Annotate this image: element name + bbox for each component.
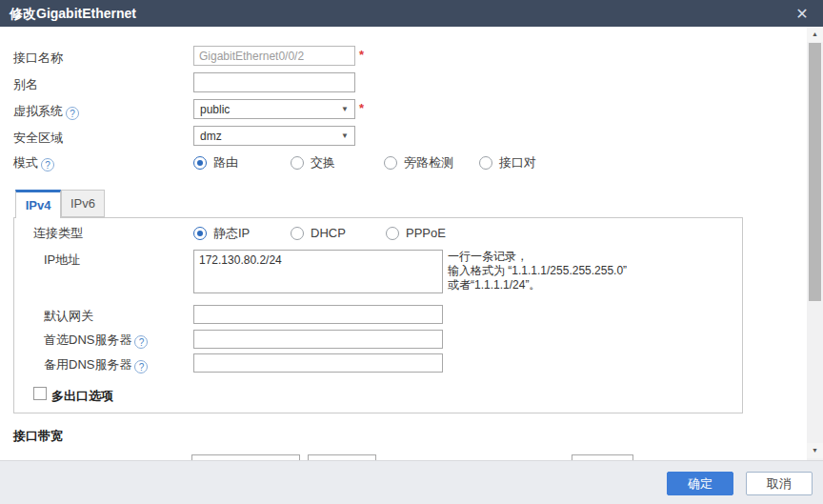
edit-interface-dialog: 修改GigabitEthernet ✕ 接口名称 * 别名 虚拟系统? publ…	[0, 0, 823, 504]
mode-option-interface-pair[interactable]: 接口对	[479, 153, 536, 169]
alias-input[interactable]	[193, 72, 355, 92]
radio-icon[interactable]	[193, 227, 207, 240]
connection-type-dhcp[interactable]: DHCP	[291, 224, 346, 239]
mode-option-route[interactable]: 路由	[193, 153, 238, 169]
tab-ipv4[interactable]: IPv4	[15, 190, 61, 218]
multi-exit-checkbox[interactable]	[33, 387, 47, 400]
dialog-title: 修改GigabitEthernet	[10, 6, 136, 23]
tab-ipv6[interactable]: IPv6	[61, 190, 105, 217]
mode-option-interface-pair-label: 接口对	[499, 155, 536, 170]
connection-type-pppoe[interactable]: PPPoE	[386, 224, 446, 239]
secondary-dns-input[interactable]	[193, 353, 443, 373]
dialog-footer: 确定 取消	[0, 460, 823, 504]
ok-button[interactable]: 确定	[667, 472, 733, 495]
connection-type-label: 连接类型	[33, 225, 83, 242]
dialog-titlebar: 修改GigabitEthernet ✕	[0, 0, 823, 27]
help-icon[interactable]: ?	[41, 158, 54, 171]
alias-label: 别名	[13, 76, 38, 93]
chevron-down-icon: ▼	[341, 131, 349, 140]
scrollbar-track[interactable]: ▲ ▼	[807, 27, 823, 460]
security-zone-label: 安全区域	[13, 130, 63, 147]
radio-icon[interactable]	[386, 227, 399, 240]
close-icon[interactable]: ✕	[791, 4, 813, 24]
required-asterisk: *	[359, 48, 364, 62]
primary-dns-label: 首选DNS服务器?	[44, 332, 148, 349]
default-gateway-label: 默认网关	[44, 308, 93, 325]
ip-address-hint: 一行一条记录， 输入格式为 “1.1.1.1/255.255.255.0” 或者…	[448, 250, 627, 292]
mode-option-bypass-label: 旁路检测	[404, 155, 453, 170]
virtual-system-label: 虚拟系统?	[13, 103, 79, 120]
radio-icon[interactable]	[291, 227, 304, 240]
security-zone-select[interactable]: dmz ▼	[193, 126, 355, 146]
interface-name-input[interactable]	[193, 46, 355, 66]
radio-icon[interactable]	[479, 156, 492, 170]
virtual-system-label-text: 虚拟系统	[13, 104, 63, 118]
secondary-dns-label: 备用DNS服务器?	[44, 356, 148, 373]
scroll-up-icon[interactable]: ▲	[807, 27, 823, 42]
ip-address-label: IP地址	[44, 252, 80, 269]
help-icon[interactable]: ?	[134, 360, 148, 373]
radio-icon[interactable]	[193, 156, 207, 170]
interface-bandwidth-title: 接口带宽	[13, 428, 63, 445]
default-gateway-input[interactable]	[193, 305, 443, 324]
chevron-down-icon: ▼	[341, 105, 349, 113]
mode-option-switch-label: 交换	[311, 155, 335, 170]
primary-dns-label-text: 首选DNS服务器	[44, 333, 131, 347]
radio-icon[interactable]	[384, 156, 397, 170]
mode-label-text: 模式	[13, 155, 38, 170]
mode-option-route-label: 路由	[213, 155, 238, 170]
connection-type-dhcp-label: DHCP	[311, 226, 346, 240]
required-asterisk: *	[359, 101, 364, 115]
virtual-system-value: public	[200, 103, 230, 116]
connection-type-static-label: 静态IP	[213, 226, 250, 240]
scrollbar-thumb[interactable]	[809, 43, 821, 301]
multi-exit-label: 多出口选项	[51, 388, 113, 405]
security-zone-value: dmz	[200, 130, 222, 143]
connection-type-pppoe-label: PPPoE	[406, 226, 446, 240]
scroll-down-icon[interactable]: ▼	[807, 443, 823, 458]
connection-type-static[interactable]: 静态IP	[193, 224, 250, 239]
help-icon[interactable]: ?	[66, 107, 79, 120]
ip-address-textarea[interactable]: 172.130.80.2/24	[193, 250, 443, 293]
hint-line-3: 或者“1.1.1.1/24”。	[448, 278, 627, 292]
hint-line-2: 输入格式为 “1.1.1.1/255.255.255.0”	[448, 264, 627, 278]
mode-label: 模式?	[13, 154, 54, 171]
interface-name-label: 接口名称	[13, 50, 63, 67]
primary-dns-input[interactable]	[193, 330, 443, 349]
virtual-system-select[interactable]: public ▼	[193, 99, 355, 119]
mode-option-bypass[interactable]: 旁路检测	[384, 153, 453, 169]
mode-option-switch[interactable]: 交换	[291, 153, 335, 169]
secondary-dns-label-text: 备用DNS服务器	[44, 357, 131, 372]
cancel-button[interactable]: 取消	[746, 472, 813, 495]
help-icon[interactable]: ?	[134, 335, 148, 349]
hint-line-1: 一行一条记录，	[448, 250, 627, 264]
radio-icon[interactable]	[291, 156, 304, 170]
